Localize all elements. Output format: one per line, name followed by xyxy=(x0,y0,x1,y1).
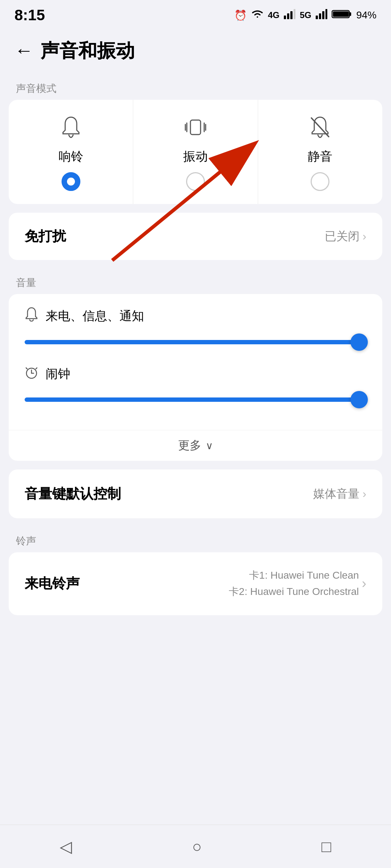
ringtone-label: 来电铃声 xyxy=(25,574,80,593)
more-button[interactable]: 更多 ∨ xyxy=(9,430,382,461)
svg-rect-7 xyxy=(325,9,327,19)
do-not-disturb-card: 免打扰 已关闭 › xyxy=(9,213,382,260)
bottom-nav: ◁ ○ □ xyxy=(0,825,391,868)
notification-volume-slider[interactable] xyxy=(25,332,366,352)
chevron-down-icon: ∨ xyxy=(206,440,213,452)
mode-vibrate-radio[interactable] xyxy=(186,172,205,191)
svg-line-20 xyxy=(26,368,27,369)
alarm-icon: ⏰ xyxy=(234,9,247,21)
svg-rect-0 xyxy=(284,16,286,19)
bell-icon xyxy=(60,116,82,142)
mode-vibrate[interactable]: 振动 xyxy=(133,100,258,204)
svg-line-21 xyxy=(36,368,37,369)
vibrate-icon xyxy=(184,116,207,142)
volume-key-value: 媒体音量 xyxy=(313,486,360,502)
volume-section-label: 音量 xyxy=(0,269,391,294)
chevron-right-icon-3: › xyxy=(362,576,366,591)
ringtone-info: 卡1: Huawei Tune Clean 卡2: Huawei Tune Or… xyxy=(229,567,359,600)
mode-ring[interactable]: 响铃 xyxy=(9,100,133,204)
notification-slider-thumb xyxy=(350,333,368,351)
mode-ring-label: 响铃 xyxy=(59,148,83,165)
volume-key-right: 媒体音量 › xyxy=(313,486,366,502)
ringtone-card2: 卡2: Huawei Tune Orchestral xyxy=(229,584,359,600)
notification-slider-track xyxy=(25,340,366,344)
mode-mute-radio[interactable] xyxy=(311,172,329,191)
svg-rect-3 xyxy=(294,9,295,19)
page-title: 声音和振动 xyxy=(41,38,135,64)
svg-rect-1 xyxy=(287,13,289,19)
mode-vibrate-label: 振动 xyxy=(183,148,208,165)
alarm-volume-item: 闹钟 xyxy=(25,365,366,410)
status-time: 8:15 xyxy=(14,7,45,24)
status-bar: 8:15 ⏰ 4G 5G xyxy=(0,0,391,27)
volume-key-row[interactable]: 音量键默认控制 媒体音量 › xyxy=(9,469,382,518)
sound-mode-card: 响铃 振动 静音 xyxy=(9,100,382,204)
alarm-slider-track xyxy=(25,397,366,402)
volume-key-label: 音量键默认控制 xyxy=(25,485,121,503)
header: ← 声音和振动 xyxy=(0,27,391,75)
svg-rect-4 xyxy=(316,16,318,19)
more-label: 更多 xyxy=(178,438,201,454)
home-nav-button[interactable]: ○ xyxy=(185,830,209,863)
mode-mute[interactable]: 静音 xyxy=(258,100,382,204)
do-not-disturb-right: 已关闭 › xyxy=(325,229,366,244)
chevron-right-icon-2: › xyxy=(362,487,366,501)
ringtone-section-label: 铃声 xyxy=(0,527,391,552)
ringtone-card1: 卡1: Huawei Tune Clean xyxy=(229,567,359,584)
mute-bell-icon xyxy=(309,116,331,142)
ringtone-right: 卡1: Huawei Tune Clean 卡2: Huawei Tune Or… xyxy=(229,567,366,600)
svg-rect-9 xyxy=(349,12,351,16)
ringtone-card: 来电铃声 卡1: Huawei Tune Clean 卡2: Huawei Tu… xyxy=(9,552,382,615)
alarm-volume-label: 闹钟 xyxy=(46,366,70,382)
do-not-disturb-status: 已关闭 xyxy=(325,229,360,244)
battery-icon xyxy=(332,9,352,22)
alarm-volume-slider[interactable] xyxy=(25,390,366,410)
battery-percent: 94% xyxy=(356,9,377,21)
recent-nav-button[interactable]: □ xyxy=(314,830,339,863)
signal-5g-icon: 5G xyxy=(300,10,311,20)
svg-rect-10 xyxy=(333,11,349,17)
notification-bell-icon xyxy=(25,307,38,325)
alarm-volume-header: 闹钟 xyxy=(25,365,366,382)
svg-rect-11 xyxy=(190,120,201,135)
notification-volume-header: 来电、信息、通知 xyxy=(25,307,366,325)
notification-volume-item: 来电、信息、通知 xyxy=(25,307,366,352)
svg-rect-5 xyxy=(319,13,321,19)
do-not-disturb-label: 免打扰 xyxy=(25,227,66,246)
wifi-icon xyxy=(251,9,264,22)
back-nav-button[interactable]: ◁ xyxy=(52,830,79,863)
alarm-slider-thumb xyxy=(350,391,368,408)
notification-volume-label: 来电、信息、通知 xyxy=(46,308,144,324)
do-not-disturb-row[interactable]: 免打扰 已关闭 › xyxy=(9,213,382,260)
mode-ring-radio[interactable] xyxy=(62,172,80,191)
svg-rect-6 xyxy=(322,11,324,19)
volume-card: 来电、信息、通知 闹钟 xyxy=(9,294,382,461)
back-button[interactable]: ← xyxy=(14,41,33,60)
svg-rect-2 xyxy=(290,11,293,19)
volume-key-card: 音量键默认控制 媒体音量 › xyxy=(9,469,382,518)
signal-bars-icon xyxy=(284,9,295,22)
alarm-clock-icon xyxy=(25,365,38,382)
sound-mode-label: 声音模式 xyxy=(0,75,391,100)
signal-4g-icon: 4G xyxy=(268,10,279,20)
mode-mute-label: 静音 xyxy=(308,148,332,165)
ringtone-row[interactable]: 来电铃声 卡1: Huawei Tune Clean 卡2: Huawei Tu… xyxy=(9,552,382,615)
chevron-right-icon: › xyxy=(362,230,366,243)
signal-bars2-icon xyxy=(316,9,327,22)
status-icons: ⏰ 4G 5G xyxy=(234,9,377,22)
